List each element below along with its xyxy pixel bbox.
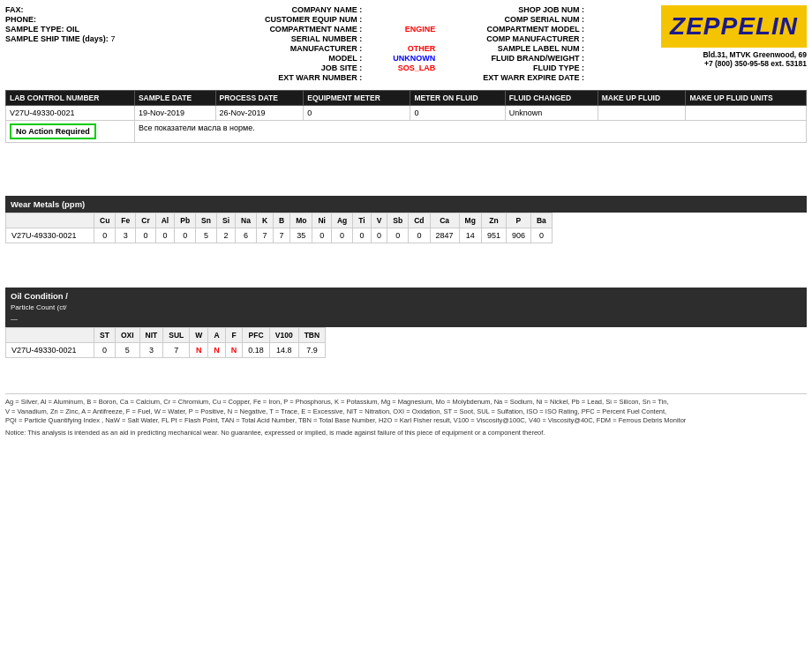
wear-ca: 2847 xyxy=(430,228,459,243)
wear-b: 7 xyxy=(274,228,290,243)
wear-zn: 951 xyxy=(481,228,506,243)
wear-v: 0 xyxy=(371,228,387,243)
status-cell: No Action Required xyxy=(6,121,135,143)
footer-line2: V = Vanadium, Zn = Zinc, A = Antifreeze,… xyxy=(5,407,807,417)
sample-ship-label: SAMPLE SHIP TIME (days): xyxy=(5,34,109,43)
wear-col-label xyxy=(6,213,94,228)
wear-fe: 3 xyxy=(116,228,136,243)
cell-make-up-fluid xyxy=(598,106,686,121)
oil-row-label: V27U-49330-0021 xyxy=(6,343,94,358)
logo-text: ZEPPELIN xyxy=(670,12,798,40)
customer-equip-label: CUSTOMER EQUIP NUM : xyxy=(265,15,362,24)
col-process-date: PROCESS DATE xyxy=(215,91,304,106)
wear-col-si: Si xyxy=(216,213,235,228)
wear-col-ag: Ag xyxy=(331,213,352,228)
manufacturer-label: MANUFACTURER : xyxy=(290,44,363,53)
oil-v100: 14.8 xyxy=(269,343,298,358)
oil-col-a: A xyxy=(208,328,226,343)
fluid-brand-label: FLUID BRAND/WEIGHT : xyxy=(492,54,585,63)
cell-equipment-meter: 0 xyxy=(304,106,410,121)
wear-col-cr: Cr xyxy=(136,213,155,228)
oil-f: N xyxy=(225,343,243,358)
ext-warr-expire-label: EXT WARR EXPIRE DATE : xyxy=(483,73,584,82)
page: FAX: PHONE: SAMPLE TYPE: OIL SAMPLE SHIP… xyxy=(0,0,812,443)
oil-col-nit: NIT xyxy=(139,328,163,343)
sample-type-value: OIL xyxy=(66,25,79,34)
compartment-name-label: COMPARTMENT NAME : xyxy=(269,25,362,34)
phone-label: PHONE: xyxy=(5,15,36,24)
wear-ag: 0 xyxy=(331,228,352,243)
wear-cr: 0 xyxy=(136,228,155,243)
oil-st: 0 xyxy=(94,343,116,358)
job-site-label: JOB SITE : xyxy=(321,64,363,72)
oil-condition-section: Oil Condition / Particle Count (ct/ — ST… xyxy=(5,288,807,358)
wear-col-v: V xyxy=(371,213,387,228)
wear-col-sb: Sb xyxy=(387,213,409,228)
wear-col-zn: Zn xyxy=(481,213,506,228)
wear-metals-section: Wear Metals (ppm) Cu Fe Cr Al Pb Sn Si N… xyxy=(5,196,807,243)
fluid-type-label: FLUID TYPE : xyxy=(533,64,584,72)
serial-number-label: SERIAL NUMBER : xyxy=(291,34,362,43)
oil-title-sub2: — xyxy=(11,315,18,323)
oil-condition-table: ST OXI NIT SUL W A F PFC V100 TBN V27U-4… xyxy=(5,327,326,358)
oil-col-sul: SUL xyxy=(163,328,190,343)
company-name-label: COMPANY NAME : xyxy=(292,5,363,14)
oil-col-w: W xyxy=(190,328,208,343)
oil-nit: 3 xyxy=(139,343,163,358)
main-table: LAB CONTROL NUMBER SAMPLE DATE PROCESS D… xyxy=(5,90,807,143)
wear-ba: 0 xyxy=(530,228,552,243)
wear-col-b: B xyxy=(274,213,290,228)
wear-mo: 35 xyxy=(290,228,312,243)
wear-col-na: Na xyxy=(236,213,257,228)
main-data-row: V27U-49330-0021 19-Nov-2019 26-Nov-2019 … xyxy=(6,106,807,121)
oil-pfc: 0.18 xyxy=(243,343,270,358)
model-label: MODEL : xyxy=(328,54,362,63)
wear-k: 7 xyxy=(256,228,273,243)
wear-col-sn: Sn xyxy=(196,213,217,228)
cell-lab-control: V27U-49330-0021 xyxy=(6,106,135,121)
oil-col-f: F xyxy=(225,328,243,343)
header-right: SHOP JOB NUM : COMP SERIAL NUM : COMPART… xyxy=(444,5,661,83)
oil-col-v100: V100 xyxy=(269,328,298,343)
oil-sul: 7 xyxy=(163,343,190,358)
manufacturer-value: OTHER xyxy=(365,44,435,53)
wear-pb: 0 xyxy=(175,228,196,243)
cell-sample-date: 19-Nov-2019 xyxy=(134,106,215,121)
wear-ni: 0 xyxy=(312,228,332,243)
cell-fluid-changed: Unknown xyxy=(505,106,598,121)
oil-col-pfc: PFC xyxy=(243,328,270,343)
col-make-up-fluid-units: MAKE UP FLUID UNITS xyxy=(686,91,807,106)
wear-col-p: P xyxy=(506,213,530,228)
wear-metals-table: Cu Fe Cr Al Pb Sn Si Na K B Mo Ni Ag Ti … xyxy=(5,213,553,243)
col-lab-control: LAB CONTROL NUMBER xyxy=(6,91,135,106)
logo-box: ZEPPELIN xyxy=(661,5,807,48)
wear-data-row: V27U-49330-0021 0 3 0 0 0 5 2 6 7 7 35 0… xyxy=(6,228,553,243)
header-section: FAX: PHONE: SAMPLE TYPE: OIL SAMPLE SHIP… xyxy=(5,5,807,83)
col-fluid-changed: FLUID CHANGED xyxy=(505,91,598,106)
fax-label: FAX: xyxy=(5,5,24,14)
compartment-model-label: COMPARTMENT MODEL : xyxy=(486,25,584,34)
col-meter-on-fluid: METER ON FLUID xyxy=(410,91,505,106)
wear-al: 0 xyxy=(155,228,175,243)
oil-a: N xyxy=(208,343,226,358)
status-row: No Action Required Все показатели масла … xyxy=(6,121,807,143)
footer-notice: Notice: This analysis is intended as an … xyxy=(5,429,807,438)
header-left: FAX: PHONE: SAMPLE TYPE: OIL SAMPLE SHIP… xyxy=(5,5,115,44)
oil-col-label xyxy=(6,328,94,343)
oil-title-sub: Particle Count (ct/ xyxy=(11,303,67,311)
wear-col-al: Al xyxy=(155,213,175,228)
comp-serial-label: COMP SERIAL NUM : xyxy=(504,15,584,24)
shop-job-label: SHOP JOB NUM : xyxy=(518,5,584,14)
wear-na: 6 xyxy=(236,228,257,243)
cell-process-date: 26-Nov-2019 xyxy=(215,106,304,121)
oil-data-row: V27U-49330-0021 0 5 3 7 N N N 0.18 14.8 … xyxy=(6,343,326,358)
oil-col-tbn: TBN xyxy=(298,328,325,343)
wear-sb: 0 xyxy=(387,228,409,243)
footer-line3: PQI = Particle Quantifying Index , NaW =… xyxy=(5,416,807,426)
sample-type-label: SAMPLE TYPE: xyxy=(5,25,64,34)
wear-col-ni: Ni xyxy=(312,213,332,228)
wear-cd: 0 xyxy=(409,228,430,243)
wear-col-mg: Mg xyxy=(459,213,481,228)
comment-cell: Все показатели масла в норме. xyxy=(134,121,806,143)
oil-col-oxi: OXI xyxy=(115,328,139,343)
